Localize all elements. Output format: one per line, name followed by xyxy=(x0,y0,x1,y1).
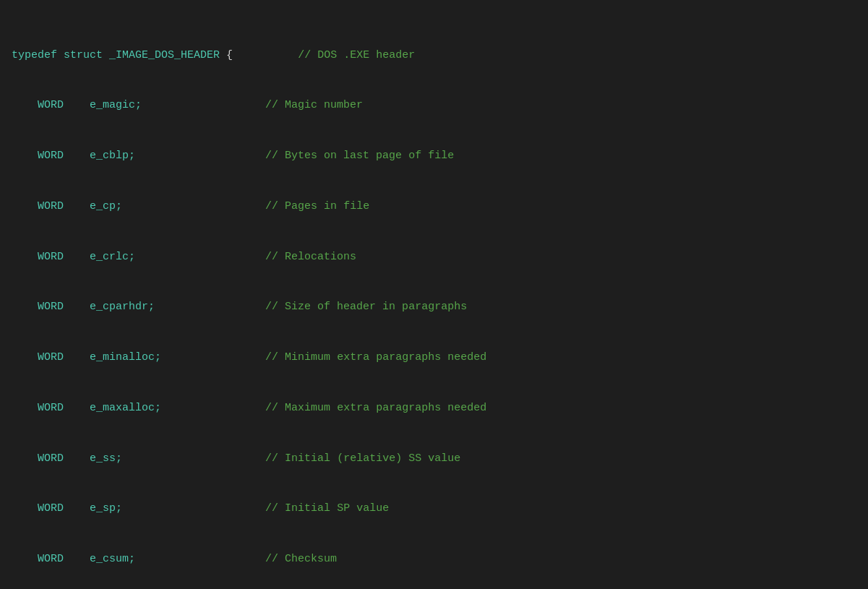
comment-crlc: // Relocations xyxy=(265,251,356,263)
type-word: WORD xyxy=(38,200,64,212)
type-word: WORD xyxy=(38,351,64,364)
field-name: e_sp; xyxy=(90,502,122,515)
field-name: e_csum; xyxy=(90,553,135,565)
comment-ss: // Initial (relative) SS value xyxy=(265,452,460,465)
type-word: WORD xyxy=(38,99,64,111)
field-name: e_magic; xyxy=(90,99,142,111)
comment-cblp: // Bytes on last page of file xyxy=(265,150,454,162)
open-brace: { xyxy=(226,49,233,61)
type-word: WORD xyxy=(38,452,64,465)
field-e-sp: WORD e_sp; // Initial SP value xyxy=(12,500,856,517)
comment-csum: // Checksum xyxy=(265,553,337,565)
typedef-line: typedef struct _IMAGE_DOS_HEADER { // DO… xyxy=(12,47,856,64)
comment-maxalloc: // Maximum extra paragraphs needed xyxy=(265,402,486,414)
comment-magic: // Magic number xyxy=(265,99,363,111)
struct-name: _IMAGE_DOS_HEADER xyxy=(109,49,220,61)
field-name: e_ss; xyxy=(90,452,122,465)
comment-sp: // Initial SP value xyxy=(265,502,389,515)
type-word: WORD xyxy=(38,251,64,263)
field-e-cparhdr: WORD e_cparhdr; // Size of header in par… xyxy=(12,298,856,315)
field-e-crlc: WORD e_crlc; // Relocations xyxy=(12,249,856,265)
field-e-magic: WORD e_magic; // Magic number xyxy=(12,97,856,113)
field-name: e_cp; xyxy=(90,200,122,212)
field-name: e_maxalloc; xyxy=(90,402,161,414)
type-word: WORD xyxy=(38,150,64,162)
field-e-csum: WORD e_csum; // Checksum xyxy=(12,551,856,567)
field-name: e_cblp; xyxy=(90,150,135,162)
type-word: WORD xyxy=(38,502,64,515)
comment-cparhdr: // Size of header in paragraphs xyxy=(265,301,467,313)
field-e-ss: WORD e_ss; // Initial (relative) SS valu… xyxy=(12,450,856,467)
comment-cp: // Pages in file xyxy=(265,200,369,212)
field-name: e_cparhdr; xyxy=(90,301,155,313)
type-word: WORD xyxy=(38,402,64,414)
field-name: e_crlc; xyxy=(90,251,135,263)
type-word: WORD xyxy=(38,301,64,313)
type-word: WORD xyxy=(38,553,64,565)
field-name: e_minalloc; xyxy=(90,351,161,364)
code-container: typedef struct _IMAGE_DOS_HEADER { // DO… xyxy=(0,7,868,589)
comment-dos-header: // DOS .EXE header xyxy=(298,49,415,61)
field-e-cblp: WORD e_cblp; // Bytes on last page of fi… xyxy=(12,147,856,164)
field-e-minalloc: WORD e_minalloc; // Minimum extra paragr… xyxy=(12,349,856,366)
struct-keyword: struct xyxy=(64,49,103,61)
field-e-maxalloc: WORD e_maxalloc; // Maximum extra paragr… xyxy=(12,400,856,416)
field-e-cp: WORD e_cp; // Pages in file xyxy=(12,198,856,215)
typedef-keyword: typedef xyxy=(12,49,57,61)
comment-minalloc: // Minimum extra paragraphs needed xyxy=(265,351,486,364)
